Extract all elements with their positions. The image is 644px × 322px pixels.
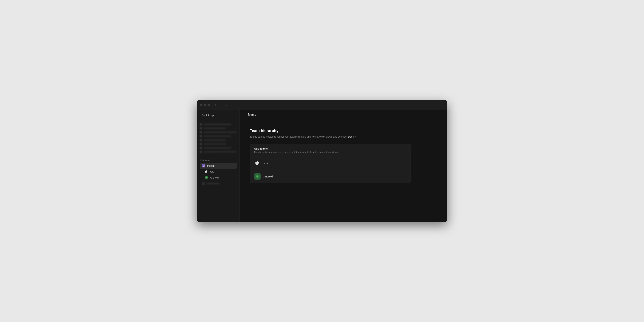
android-row-chevron-icon: › xyxy=(405,175,406,178)
sidebar: ‹ Back to app xyxy=(197,110,240,222)
app-body: ‹ Back to app xyxy=(197,110,447,222)
app-window: ‹ › ⏱ ‹ Back to app xyxy=(197,100,447,222)
back-nav-button[interactable]: ‹ xyxy=(214,102,217,107)
android-row-label: Android xyxy=(264,175,405,178)
subteams-desc: Members, issues, and projects from sub-t… xyxy=(254,151,406,154)
nav-buttons: ‹ › xyxy=(214,102,220,107)
subteams-header: Sub teams Members, issues, and projects … xyxy=(250,144,410,157)
section-title: Team hierarchy xyxy=(250,128,437,133)
svg-rect-1 xyxy=(204,166,204,166)
android-team-label: Android xyxy=(210,176,218,179)
titlebar: ‹ › ⏱ xyxy=(197,100,447,110)
sidebar-item-mobile[interactable]: Mobile xyxy=(200,163,237,169)
sidebar-item-blurred xyxy=(200,181,237,186)
minimize-button[interactable] xyxy=(204,104,206,106)
ios-row-icon xyxy=(254,160,261,166)
your-teams-label: Your teams xyxy=(200,159,237,161)
back-arrow-icon: ‹ xyxy=(200,114,200,117)
android-icon-small xyxy=(205,176,208,180)
sidebar-item-ios[interactable]: iOS xyxy=(200,169,237,174)
section-description: Teams can be nested to reflect your team… xyxy=(250,135,437,139)
back-to-app-label: Back to app xyxy=(202,114,215,117)
forward-nav-button[interactable]: › xyxy=(218,102,220,107)
team-row-ios[interactable]: iOS › xyxy=(250,157,410,170)
blurred-nav-items xyxy=(197,121,240,155)
back-to-app-link[interactable]: ‹ Back to app xyxy=(197,112,240,118)
android-row-icon xyxy=(254,173,261,180)
your-teams-section: Your teams Mobile xyxy=(197,158,240,188)
mobile-team-label: Mobile xyxy=(207,164,214,167)
close-button[interactable] xyxy=(200,104,202,106)
content-header: ‹ Teams xyxy=(240,110,447,120)
ios-row-chevron-icon: › xyxy=(405,162,406,165)
subteams-title: Sub teams xyxy=(254,147,406,150)
content-body: Team hierarchy Teams can be nested to re… xyxy=(240,120,447,192)
ios-row-label: iOS xyxy=(264,162,405,165)
mobile-icon-box xyxy=(202,164,205,168)
team-row-android[interactable]: Android › xyxy=(250,170,410,183)
subteams-card: Sub teams Members, issues, and projects … xyxy=(250,144,411,183)
breadcrumb-title: Teams xyxy=(248,113,256,116)
ios-team-label: iOS xyxy=(210,170,214,173)
sidebar-item-android[interactable]: Android xyxy=(200,174,237,181)
breadcrumb-back-icon[interactable]: ‹ xyxy=(245,113,246,116)
mobile-icon xyxy=(202,164,205,168)
main-content: ‹ Teams Team hierarchy Teams can be nest… xyxy=(240,110,447,222)
docs-link[interactable]: Docs ↗ xyxy=(348,135,356,138)
apple-icon-small xyxy=(205,170,208,173)
history-button[interactable]: ⏱ xyxy=(224,102,228,107)
traffic-lights xyxy=(200,104,210,106)
fullscreen-button[interactable] xyxy=(208,104,210,106)
